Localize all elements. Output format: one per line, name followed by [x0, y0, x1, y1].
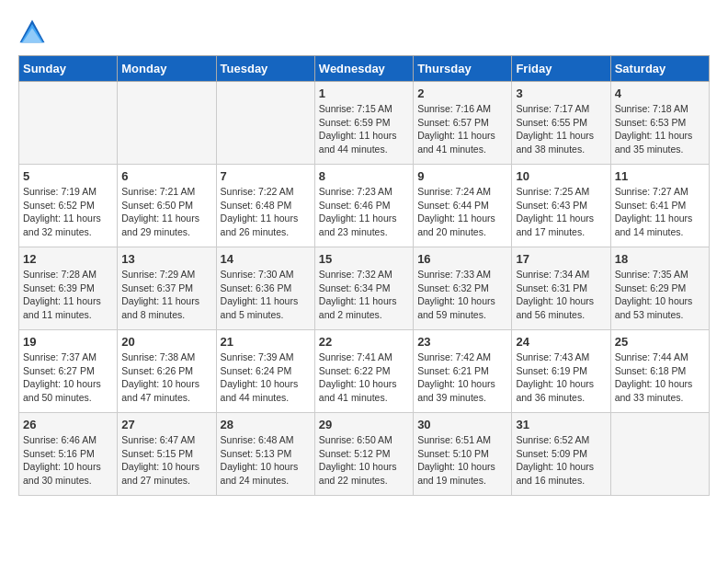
logo: [18, 18, 50, 46]
calendar-cell: 26Sunrise: 6:46 AMSunset: 5:16 PMDayligh…: [19, 413, 118, 496]
day-number: 26: [23, 418, 113, 431]
day-number: 4: [615, 86, 705, 100]
day-number: 12: [23, 252, 113, 266]
cell-content: Sunrise: 6:51 AMSunset: 5:10 PMDaylight:…: [417, 433, 507, 488]
calendar-cell: 11Sunrise: 7:27 AMSunset: 6:41 PMDayligh…: [610, 165, 709, 247]
cell-content: Sunrise: 7:22 AMSunset: 6:48 PMDaylight:…: [221, 185, 311, 239]
cell-content: Sunrise: 7:33 AMSunset: 6:32 PMDaylight:…: [417, 268, 507, 322]
day-number: 16: [417, 252, 507, 266]
day-number: 17: [516, 252, 606, 266]
cell-content: Sunrise: 7:34 AMSunset: 6:31 PMDaylight:…: [516, 268, 606, 322]
cell-content: Sunrise: 6:46 AMSunset: 5:16 PMDaylight:…: [23, 433, 113, 488]
cell-content: Sunrise: 6:48 AMSunset: 5:13 PMDaylight:…: [221, 433, 311, 488]
day-number: 19: [23, 335, 113, 349]
day-number: 15: [319, 252, 409, 266]
cell-content: Sunrise: 6:47 AMSunset: 5:15 PMDaylight:…: [121, 433, 211, 488]
cell-content: Sunrise: 7:25 AMSunset: 6:43 PMDaylight:…: [516, 185, 606, 239]
calendar-cell: 6Sunrise: 7:21 AMSunset: 6:50 PMDaylight…: [118, 165, 216, 247]
cell-content: Sunrise: 7:43 AMSunset: 6:19 PMDaylight:…: [516, 350, 606, 405]
day-number: 24: [516, 335, 606, 349]
column-header-wednesday: Wednesday: [314, 56, 413, 82]
calendar-cell: 5Sunrise: 7:19 AMSunset: 6:52 PMDaylight…: [19, 165, 118, 247]
day-number: 1: [319, 86, 409, 100]
calendar-week-row: 5Sunrise: 7:19 AMSunset: 6:52 PMDaylight…: [19, 165, 710, 247]
calendar-cell: 7Sunrise: 7:22 AMSunset: 6:48 PMDaylight…: [216, 165, 314, 247]
calendar-cell: [216, 82, 314, 165]
cell-content: Sunrise: 7:15 AMSunset: 6:59 PMDaylight:…: [319, 102, 409, 156]
cell-content: Sunrise: 7:24 AMSunset: 6:44 PMDaylight:…: [417, 185, 507, 239]
calendar-cell: 22Sunrise: 7:41 AMSunset: 6:22 PMDayligh…: [314, 330, 413, 413]
cell-content: Sunrise: 7:44 AMSunset: 6:18 PMDaylight:…: [615, 350, 705, 405]
calendar-cell: 27Sunrise: 6:47 AMSunset: 5:15 PMDayligh…: [118, 413, 216, 496]
day-number: 10: [516, 169, 606, 183]
calendar-cell: [118, 82, 216, 165]
cell-content: Sunrise: 7:18 AMSunset: 6:53 PMDaylight:…: [615, 102, 705, 156]
day-number: 31: [516, 418, 606, 431]
cell-content: Sunrise: 7:39 AMSunset: 6:24 PMDaylight:…: [221, 350, 311, 405]
cell-content: Sunrise: 7:35 AMSunset: 6:29 PMDaylight:…: [615, 268, 705, 322]
cell-content: Sunrise: 7:28 AMSunset: 6:39 PMDaylight:…: [23, 268, 113, 322]
calendar-cell: 17Sunrise: 7:34 AMSunset: 6:31 PMDayligh…: [512, 247, 610, 330]
day-number: 28: [221, 418, 311, 431]
day-number: 18: [615, 252, 705, 266]
calendar-cell: 30Sunrise: 6:51 AMSunset: 5:10 PMDayligh…: [414, 413, 512, 496]
calendar-cell: 18Sunrise: 7:35 AMSunset: 6:29 PMDayligh…: [610, 247, 709, 330]
column-header-saturday: Saturday: [610, 56, 709, 82]
calendar-week-row: 19Sunrise: 7:37 AMSunset: 6:27 PMDayligh…: [19, 330, 710, 413]
day-number: 27: [121, 418, 211, 431]
cell-content: Sunrise: 7:29 AMSunset: 6:37 PMDaylight:…: [121, 268, 211, 322]
logo-icon: [18, 18, 46, 46]
day-number: 25: [615, 335, 705, 349]
calendar-cell: 21Sunrise: 7:39 AMSunset: 6:24 PMDayligh…: [216, 330, 314, 413]
column-header-monday: Monday: [118, 56, 216, 82]
cell-content: Sunrise: 7:23 AMSunset: 6:46 PMDaylight:…: [319, 185, 409, 239]
calendar-header-row: SundayMondayTuesdayWednesdayThursdayFrid…: [19, 56, 710, 82]
day-number: 29: [319, 418, 409, 431]
day-number: 13: [121, 252, 211, 266]
day-number: 3: [516, 86, 606, 100]
calendar-cell: 15Sunrise: 7:32 AMSunset: 6:34 PMDayligh…: [314, 247, 413, 330]
column-header-friday: Friday: [512, 56, 610, 82]
calendar-table: SundayMondayTuesdayWednesdayThursdayFrid…: [18, 55, 710, 496]
cell-content: Sunrise: 7:17 AMSunset: 6:55 PMDaylight:…: [516, 102, 606, 156]
day-number: 2: [417, 86, 507, 100]
calendar-cell: 8Sunrise: 7:23 AMSunset: 6:46 PMDaylight…: [314, 165, 413, 247]
day-number: 8: [319, 169, 409, 183]
calendar-cell: 9Sunrise: 7:24 AMSunset: 6:44 PMDaylight…: [414, 165, 512, 247]
cell-content: Sunrise: 7:32 AMSunset: 6:34 PMDaylight:…: [319, 268, 409, 322]
cell-content: Sunrise: 7:16 AMSunset: 6:57 PMDaylight:…: [417, 102, 507, 156]
cell-content: Sunrise: 7:30 AMSunset: 6:36 PMDaylight:…: [221, 268, 311, 322]
calendar-cell: 2Sunrise: 7:16 AMSunset: 6:57 PMDaylight…: [414, 82, 512, 165]
day-number: 22: [319, 335, 409, 349]
day-number: 5: [23, 169, 113, 183]
calendar-cell: [610, 413, 709, 496]
column-header-tuesday: Tuesday: [216, 56, 314, 82]
calendar-cell: 16Sunrise: 7:33 AMSunset: 6:32 PMDayligh…: [414, 247, 512, 330]
calendar-cell: 10Sunrise: 7:25 AMSunset: 6:43 PMDayligh…: [512, 165, 610, 247]
calendar-cell: 31Sunrise: 6:52 AMSunset: 5:09 PMDayligh…: [512, 413, 610, 496]
cell-content: Sunrise: 6:50 AMSunset: 5:12 PMDaylight:…: [319, 433, 409, 488]
calendar-cell: 1Sunrise: 7:15 AMSunset: 6:59 PMDaylight…: [314, 82, 413, 165]
day-number: 23: [417, 335, 507, 349]
day-number: 6: [121, 169, 211, 183]
cell-content: Sunrise: 7:37 AMSunset: 6:27 PMDaylight:…: [23, 350, 113, 405]
cell-content: Sunrise: 7:42 AMSunset: 6:21 PMDaylight:…: [417, 350, 507, 405]
cell-content: Sunrise: 7:38 AMSunset: 6:26 PMDaylight:…: [121, 350, 211, 405]
cell-content: Sunrise: 7:27 AMSunset: 6:41 PMDaylight:…: [615, 185, 705, 239]
calendar-week-row: 12Sunrise: 7:28 AMSunset: 6:39 PMDayligh…: [19, 247, 710, 330]
calendar-cell: 12Sunrise: 7:28 AMSunset: 6:39 PMDayligh…: [19, 247, 118, 330]
day-number: 7: [221, 169, 311, 183]
column-header-sunday: Sunday: [19, 56, 118, 82]
calendar-cell: 13Sunrise: 7:29 AMSunset: 6:37 PMDayligh…: [118, 247, 216, 330]
calendar-cell: 23Sunrise: 7:42 AMSunset: 6:21 PMDayligh…: [414, 330, 512, 413]
day-number: 11: [615, 169, 705, 183]
day-number: 14: [221, 252, 311, 266]
calendar-cell: 24Sunrise: 7:43 AMSunset: 6:19 PMDayligh…: [512, 330, 610, 413]
day-number: 20: [121, 335, 211, 349]
day-number: 21: [221, 335, 311, 349]
calendar-week-row: 1Sunrise: 7:15 AMSunset: 6:59 PMDaylight…: [19, 82, 710, 165]
column-header-thursday: Thursday: [414, 56, 512, 82]
calendar-cell: [19, 82, 118, 165]
calendar-cell: 28Sunrise: 6:48 AMSunset: 5:13 PMDayligh…: [216, 413, 314, 496]
calendar-cell: 29Sunrise: 6:50 AMSunset: 5:12 PMDayligh…: [314, 413, 413, 496]
